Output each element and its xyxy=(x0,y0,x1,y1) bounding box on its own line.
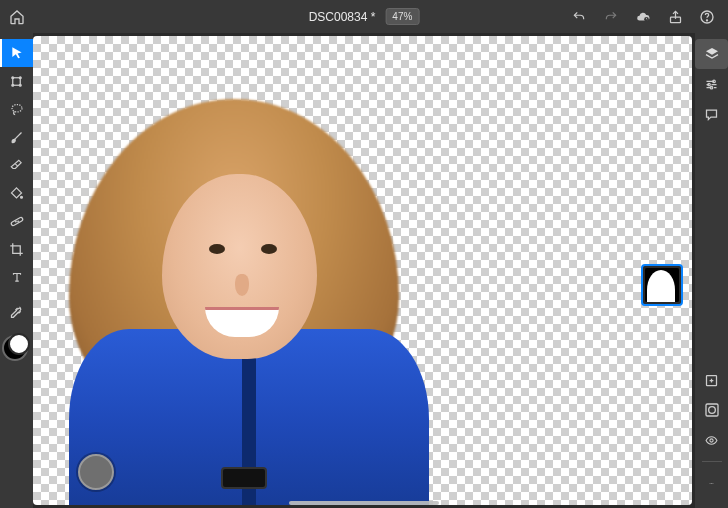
sliders-icon xyxy=(704,77,719,92)
layers-panel-button[interactable] xyxy=(695,39,728,69)
layers-icon xyxy=(704,46,720,62)
brush-icon xyxy=(9,130,24,145)
paint-bucket-icon xyxy=(9,186,24,201)
add-layer-button[interactable] xyxy=(695,365,728,395)
bandage-icon xyxy=(9,214,25,229)
transform-icon xyxy=(9,74,24,89)
right-toolbar xyxy=(695,33,728,508)
document-info: DSC00834 * 47% xyxy=(309,8,420,25)
svg-point-8 xyxy=(19,84,21,86)
redo-button[interactable] xyxy=(602,8,620,26)
svg-point-23 xyxy=(713,483,714,484)
cursor-icon xyxy=(10,45,24,61)
zoom-level[interactable]: 47% xyxy=(385,8,419,25)
help-button[interactable] xyxy=(698,8,716,26)
type-icon xyxy=(10,270,24,284)
lasso-tool[interactable] xyxy=(0,95,33,123)
svg-point-19 xyxy=(708,407,715,414)
svg-point-9 xyxy=(12,104,22,112)
left-toolbar xyxy=(0,33,33,508)
foreground-color[interactable] xyxy=(8,333,30,355)
svg-point-10 xyxy=(21,196,23,198)
document-title: DSC00834 * xyxy=(309,10,376,24)
top-bar: DSC00834 * 47% xyxy=(0,0,728,33)
svg-point-6 xyxy=(19,76,21,78)
app-window: DSC00834 * 47% xyxy=(0,0,728,508)
cloud-sync-button[interactable] xyxy=(634,8,652,26)
image-subject xyxy=(33,89,459,505)
transform-tool[interactable] xyxy=(0,67,33,95)
home-icon xyxy=(9,9,25,25)
svg-point-13 xyxy=(17,221,18,222)
brush-tool[interactable] xyxy=(0,123,33,151)
comments-button[interactable] xyxy=(695,99,728,129)
healing-tool[interactable] xyxy=(0,207,33,235)
undo-button[interactable] xyxy=(570,8,588,26)
comment-icon xyxy=(704,107,719,122)
undo-icon xyxy=(571,10,587,24)
share-icon xyxy=(668,9,683,25)
workspace xyxy=(0,33,728,508)
home-button[interactable] xyxy=(0,0,33,33)
svg-point-20 xyxy=(710,438,713,441)
crop-tool[interactable] xyxy=(0,235,33,263)
cloud-sync-icon xyxy=(634,10,652,24)
color-swatches[interactable] xyxy=(4,327,30,355)
mask-toggle-button[interactable] xyxy=(695,395,728,425)
canvas-area xyxy=(33,33,695,508)
svg-point-21 xyxy=(710,483,711,484)
eye-icon xyxy=(703,434,720,447)
eyedropper-tool[interactable] xyxy=(0,299,33,327)
help-icon xyxy=(699,9,715,25)
layer-mask-icon xyxy=(645,268,679,302)
type-tool[interactable] xyxy=(0,263,33,291)
lasso-icon xyxy=(9,102,25,117)
svg-point-7 xyxy=(12,84,14,86)
share-button[interactable] xyxy=(666,8,684,26)
fill-tool[interactable] xyxy=(0,179,33,207)
svg-point-12 xyxy=(15,221,16,222)
eraser-icon xyxy=(9,158,24,172)
more-actions-button[interactable] xyxy=(695,468,728,498)
svg-point-5 xyxy=(12,76,14,78)
mask-circle-icon xyxy=(704,402,720,418)
canvas[interactable] xyxy=(33,36,692,505)
eyedropper-icon xyxy=(9,306,24,321)
home-indicator xyxy=(289,501,439,505)
svg-rect-11 xyxy=(10,216,23,225)
svg-rect-4 xyxy=(13,77,21,85)
layer-properties-button[interactable] xyxy=(695,69,728,99)
layer-thumbnail[interactable] xyxy=(641,264,683,306)
eraser-tool[interactable] xyxy=(0,151,33,179)
plus-box-icon xyxy=(704,373,719,388)
divider xyxy=(702,461,722,462)
touch-shortcut[interactable] xyxy=(78,454,114,490)
more-icon xyxy=(704,481,719,486)
redo-icon xyxy=(603,10,619,24)
crop-icon xyxy=(9,242,24,257)
move-tool[interactable] xyxy=(0,39,33,67)
svg-rect-18 xyxy=(706,404,718,416)
svg-point-3 xyxy=(706,19,707,20)
svg-point-22 xyxy=(711,483,712,484)
visibility-button[interactable] xyxy=(695,425,728,455)
